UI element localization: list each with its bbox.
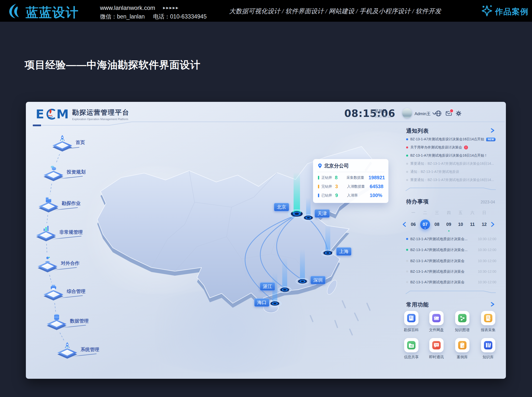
portfolio-link[interactable]: 作品案例 — [495, 6, 529, 17]
app-label: 勘探百科 — [398, 328, 425, 332]
todo-item[interactable]: BZ-13-1-A7井测试地质设计决策会 10:30-12:00 — [406, 258, 496, 264]
todo-time: 10:30-12:00 — [478, 248, 496, 252]
todo-dot — [406, 271, 408, 272]
folder-icon — [45, 196, 52, 204]
metric-label: 入湖数据量 — [347, 184, 370, 189]
mail-badge — [449, 109, 454, 113]
sidebar-item-cooperation[interactable]: 对外合作 — [38, 254, 87, 276]
todo-item[interactable]: BZ-13-1-A7井测试地质设计决策会 10:30-12:00 — [406, 268, 496, 275]
notice-item[interactable]: BZ-13-1-A7井测试地质设计决策会16日14点开始 NEW — [406, 136, 496, 142]
city-label-beijing[interactable]: 北京 — [274, 203, 289, 211]
sidebar-item-label: 勘探作业 — [62, 200, 81, 207]
functions-more-arrow-icon[interactable] — [490, 302, 495, 307]
sidebar-item-label: 首页 — [76, 139, 85, 146]
wechat-label: 微信：ben_lanlan — [100, 13, 145, 20]
todo-time: 10:30-12:00 — [478, 270, 496, 273]
app-label: 报表采集 — [475, 328, 502, 332]
app-tile-report-collect[interactable] — [481, 311, 495, 325]
calendar-date[interactable]: 08 — [432, 219, 442, 229]
sidebar-item-investment[interactable]: 投资规划 — [44, 163, 93, 185]
sidebar-item-data[interactable]: 数据管理 — [47, 312, 96, 334]
globe-icon[interactable] — [435, 110, 442, 117]
ecm-logo: E M 勘探运营管理平台 Exploration Operation Manag… — [36, 106, 129, 122]
todo-text: BZ-13-1-A7井测试地质设计决策会 — [410, 269, 465, 274]
calendar-weekday: 日 — [479, 210, 489, 216]
notice-text: BZ-13-1-A7井测试地质设计决策会16日14点开始！ — [410, 153, 488, 158]
city-label-tianjin[interactable]: 天津 — [315, 209, 330, 218]
todo-item[interactable]: BZ-13-1-A7井测试地质设计决策会... 10:30-12:00 — [406, 247, 496, 253]
stat-value: 3 — [335, 184, 347, 189]
site-url[interactable]: www.lanlanwork.com — [100, 4, 155, 11]
sidebar-item-system[interactable]: 系统管理 — [57, 341, 107, 363]
calendar-date[interactable]: 11 — [467, 219, 477, 229]
sidebar-item-label: 投资规划 — [67, 169, 85, 175]
metric-label: 入湖率 — [347, 193, 370, 198]
notice-list-title: 通知列表 — [406, 127, 429, 135]
city-label-shenzhen[interactable]: 深圳 — [310, 276, 326, 284]
calendar-weekday: 五 — [456, 210, 466, 216]
lanlan-logo-icon[interactable] — [7, 3, 23, 19]
todo-time: 10:30-12:00 — [478, 237, 496, 241]
notice-text: 重要通知：BZ-13-1-A7井测试地质设计决策会16日14... — [410, 162, 494, 166]
stat-value: 8 — [335, 175, 347, 180]
sidebar-item-label: 系统管理 — [81, 346, 99, 353]
app-tile-instant-message[interactable] — [429, 338, 444, 352]
graph-icon — [458, 314, 466, 322]
sidebar-item-comprehensive[interactable]: 综合管理 — [44, 282, 93, 305]
site-logo-text[interactable]: 蓝蓝设计 — [26, 4, 79, 21]
popup-title: 北京分公司 — [324, 162, 349, 169]
calendar-date[interactable]: 10 — [456, 219, 466, 229]
app-tile-netdisk[interactable] — [429, 311, 444, 325]
calendar-date-selected[interactable]: 07 — [420, 219, 430, 229]
user-name[interactable]: Admin王 — [415, 111, 431, 117]
notice-item[interactable]: 关于用举办井测试地质设计决策会 ! — [406, 144, 496, 150]
notice-more-arrow-icon[interactable] — [490, 128, 495, 133]
sidebar-item-label: 对外合作 — [61, 260, 80, 267]
notice-item[interactable]: 通知：BZ-13-1-A7井测试地质设 — [406, 169, 496, 175]
calendar-weekday: 一 — [408, 210, 418, 216]
section-divider — [405, 290, 496, 295]
calendar-prev-button[interactable] — [402, 222, 406, 227]
city-label-zhanjiang[interactable]: 湛江 — [260, 282, 275, 291]
calendar-date[interactable]: 12 — [479, 219, 489, 229]
calendar-date[interactable]: 06 — [408, 219, 418, 229]
divider — [372, 110, 372, 118]
sparkle-icon — [481, 4, 493, 17]
report-icon — [484, 314, 492, 322]
app-tile-case-library[interactable] — [455, 338, 469, 352]
stat-label: 完钻井 — [321, 184, 335, 189]
city-label-shanghai[interactable]: 上海 — [336, 247, 351, 256]
app-label: 案例库 — [449, 355, 476, 360]
calendar-weekday: 四 — [444, 210, 454, 216]
site-header: 蓝蓝设计 www.lanlanwork.com ▶▶▶▶▶ 微信：ben_lan… — [0, 0, 532, 22]
app-tile-info-share[interactable] — [404, 338, 418, 352]
stat-label: 正钻井 — [321, 175, 335, 180]
todo-text: BZ-13-1-A7井测试地质设计决策会... — [410, 237, 467, 241]
dashboard: E M 勘探运营管理平台 Exploration Operation Manag… — [26, 102, 506, 379]
todo-item[interactable]: BZ-13-1-A7井测试地质设计决策会 10:30-12:00 — [406, 279, 496, 285]
gear-icon[interactable] — [455, 110, 462, 117]
coins-icon — [50, 164, 57, 172]
app-tile-knowledge-graph[interactable] — [455, 311, 469, 325]
app-label: 知识库 — [475, 355, 502, 360]
sidebar-item-unconventional[interactable]: 非常规管理 — [36, 223, 85, 245]
notice-text: 重要通知：BZ-13-1-A7井测试地质设计决策会16日14... — [410, 178, 494, 182]
calendar-date[interactable]: 09 — [444, 219, 454, 229]
notice-dot — [406, 155, 408, 157]
avatar[interactable] — [402, 108, 412, 118]
app-label: 即时通讯 — [423, 355, 450, 360]
functions-title: 常用功能 — [406, 301, 429, 308]
todo-item[interactable]: BZ-13-1-A7井测试地质设计决策会... 10:30-12:00 — [406, 236, 496, 242]
person-icon — [44, 256, 51, 264]
calendar-next-button[interactable] — [491, 222, 495, 227]
services-list: 大数据可视化设计 / 软件界面设计 / 网站建设 / 手机及小程序设计 / 软件… — [229, 7, 401, 16]
notice-item[interactable]: 重要通知：BZ-13-1-A7井测试地质设计决策会16日14... — [406, 161, 496, 167]
app-tile-encyclopedia[interactable] — [404, 311, 418, 325]
city-label-haikou[interactable]: 海口 — [254, 298, 269, 307]
notice-item[interactable]: BZ-13-1-A7井测试地质设计决策会16日14点开始！ — [406, 153, 496, 159]
app-label: 知识图谱 — [449, 328, 476, 332]
notice-item[interactable]: 重要通知：BZ-13-1-A7井测试地质设计决策会16日14... — [406, 177, 496, 183]
share-folder-icon — [407, 341, 416, 349]
app-tile-knowledge-base[interactable] — [481, 338, 495, 352]
sidebar-item-exploration[interactable]: 勘探作业 — [39, 194, 88, 217]
